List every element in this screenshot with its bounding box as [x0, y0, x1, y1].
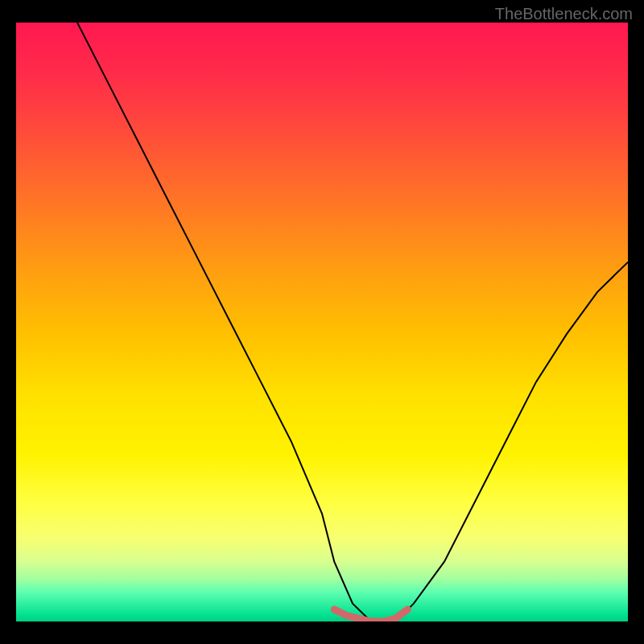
chart-plot-area: [16, 23, 628, 621]
chart-svg: [16, 23, 628, 621]
watermark-text: TheBottleneck.com: [495, 5, 633, 23]
bottleneck-curve: [77, 23, 628, 621]
bottleneck-highlight: [334, 609, 407, 621]
